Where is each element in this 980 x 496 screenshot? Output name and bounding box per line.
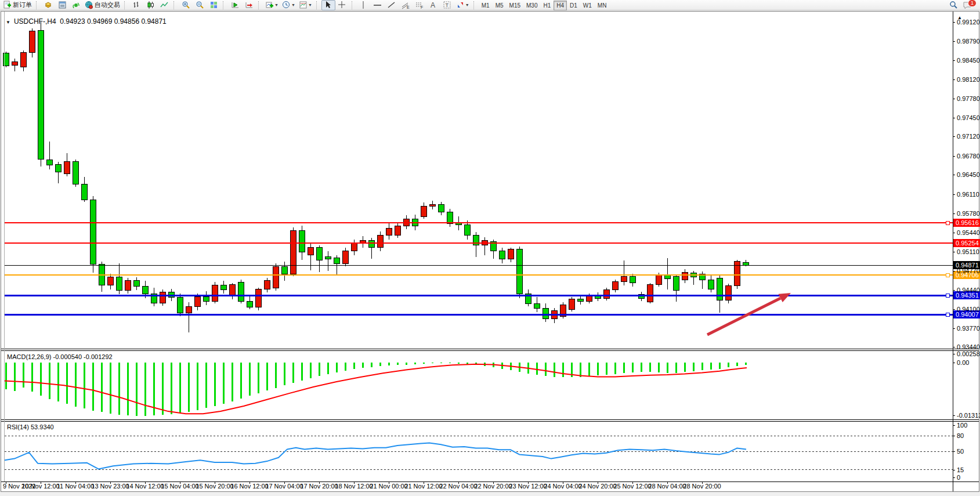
- timeframe-button-h1[interactable]: H1: [540, 1, 554, 10]
- search-button[interactable]: [946, 0, 960, 10]
- macd-histogram-bar: [597, 363, 599, 375]
- macd-histogram-bar: [693, 363, 695, 371]
- tile-windows-button[interactable]: [207, 0, 220, 10]
- svg-text:F: F: [421, 5, 423, 9]
- chat-button[interactable]: 1: [960, 0, 974, 10]
- time-tick-label: 21 Nov 12:00: [404, 483, 442, 490]
- template-button[interactable]: ▼: [297, 0, 314, 10]
- text-tool[interactable]: A: [426, 0, 440, 10]
- fibonacci-tool[interactable]: F: [413, 0, 426, 10]
- svg-text:E: E: [407, 5, 410, 9]
- toolbar-separator: [36, 1, 39, 9]
- rsi-scale-label: 0: [957, 474, 960, 481]
- bar-chart-button[interactable]: [129, 0, 143, 10]
- scale-fix-marker[interactable]: ▲: [957, 15, 962, 20]
- candle: [247, 301, 252, 307]
- gold-charts-icon: [44, 1, 53, 9]
- candle: [377, 235, 383, 248]
- macd-histogram-bar: [388, 363, 390, 365]
- price-tick-label: 0.94440: [957, 287, 980, 294]
- time-tick-label: 21 Nov 00:00: [370, 483, 407, 490]
- macd-histogram-bar: [258, 363, 259, 393]
- arrows-icon: [456, 1, 465, 9]
- add-indicator-icon: [265, 1, 274, 9]
- zoom-in-button[interactable]: [179, 0, 193, 10]
- hline-handle[interactable]: [946, 294, 949, 297]
- candle: [508, 249, 513, 259]
- rsi-scale-label: 80: [957, 432, 964, 439]
- timeframe-button-h4[interactable]: H4: [554, 1, 567, 10]
- collapse-arrow-icon[interactable]: ▼: [6, 20, 10, 25]
- fibo-icon: E: [401, 1, 410, 9]
- chart-shift-button[interactable]: [242, 0, 256, 10]
- cursor-tool-button[interactable]: [321, 0, 335, 10]
- data-window-icon: [58, 1, 67, 9]
- macd-histogram-bar: [701, 363, 703, 370]
- macd-histogram-bar: [614, 363, 616, 374]
- candle: [107, 277, 113, 285]
- macd-histogram-bar: [23, 363, 24, 388]
- candle: [133, 281, 139, 287]
- candle: [212, 285, 218, 302]
- toolbar-separator: [173, 1, 177, 9]
- macd-header: MACD(12,26,9) -0.000540 -0.001292: [7, 353, 113, 360]
- candle: [238, 283, 244, 302]
- macd-histogram-bar: [736, 363, 738, 366]
- period-button[interactable]: ▼: [280, 0, 297, 10]
- line-chart-button[interactable]: [157, 0, 171, 10]
- zoom-out-button[interactable]: [193, 0, 207, 10]
- macd-histogram-bar: [545, 363, 547, 376]
- rsi-scale-label: 100: [957, 422, 967, 429]
- candle: [194, 297, 200, 307]
- add-indicator-button[interactable]: ▼: [263, 0, 280, 10]
- timeframe-button-mn[interactable]: MN: [595, 1, 610, 10]
- hline-handle[interactable]: [946, 273, 949, 277]
- hline-handle[interactable]: [946, 221, 949, 225]
- timeframe-button-m1[interactable]: M1: [479, 1, 493, 10]
- macd-values: -0.000540 -0.001292: [53, 353, 112, 360]
- chart-canvas[interactable]: 0.956160.952540.948710.947060.943510.940…: [0, 0, 980, 496]
- candle: [473, 235, 479, 245]
- price-tick-label: 0.97120: [957, 133, 980, 140]
- candle: [421, 207, 426, 217]
- trendline-tool[interactable]: [385, 0, 399, 10]
- timeframe-button-m5[interactable]: M5: [493, 1, 507, 10]
- macd-histogram-bar: [292, 363, 294, 383]
- macd-histogram-bar: [40, 363, 42, 396]
- horizontal-line-tool[interactable]: [371, 0, 385, 10]
- toolbar-separator: [258, 1, 262, 9]
- auto-scroll-button[interactable]: [228, 0, 242, 10]
- candle: [708, 280, 714, 289]
- data-window-button[interactable]: [55, 0, 69, 10]
- macd-histogram-bar: [14, 363, 16, 391]
- auto-trading-button[interactable]: 自动交易: [83, 0, 122, 10]
- timeframe-button-m15[interactable]: M15: [507, 1, 523, 10]
- charts-button[interactable]: [41, 0, 55, 10]
- hline-handle[interactable]: [946, 313, 949, 316]
- candle: [656, 275, 661, 285]
- candlestick-button[interactable]: [143, 0, 157, 10]
- macd-histogram-bar: [606, 363, 607, 375]
- macd-histogram-bar: [110, 363, 111, 414]
- candle: [308, 248, 313, 255]
- signal-button[interactable]: [69, 0, 83, 10]
- candle: [46, 160, 52, 165]
- time-tick-label: 10 Nov 12:00: [21, 483, 59, 490]
- candle: [229, 285, 235, 296]
- time-tick-label: 28 Nov 04:00: [648, 483, 686, 490]
- equidistant-channel-tool[interactable]: E: [399, 0, 413, 10]
- timeframe-button-m30[interactable]: M30: [523, 1, 540, 10]
- crosshair-tool-button[interactable]: [335, 0, 349, 10]
- macd-histogram-bar: [5, 363, 7, 389]
- macd-histogram-bar: [127, 363, 129, 415]
- vertical-line-tool[interactable]: [357, 0, 371, 10]
- price-tick-label: 0.95780: [957, 210, 980, 217]
- timeframe-button-w1[interactable]: W1: [580, 1, 595, 10]
- candle: [125, 281, 131, 291]
- timeframe-button-d1[interactable]: D1: [567, 1, 580, 10]
- candle: [682, 272, 688, 280]
- candle: [351, 244, 357, 251]
- new-order-button[interactable]: 新订单: [1, 0, 34, 10]
- label-tool[interactable]: T: [440, 0, 454, 10]
- arrows-tool[interactable]: ▼: [454, 0, 471, 10]
